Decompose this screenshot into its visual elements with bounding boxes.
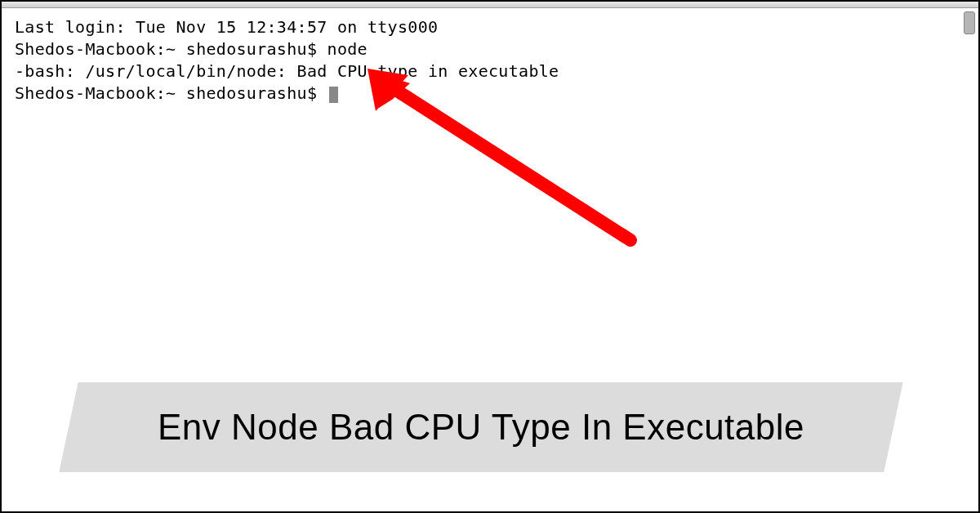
terminal-line-lastlogin: Last login: Tue Nov 15 12:34:57 on ttys0…	[15, 16, 965, 38]
prompt: Shedos-Macbook:~ shedosurashu$	[15, 83, 327, 103]
terminal-line-prompt: Shedos-Macbook:~ shedosurashu$	[15, 83, 965, 105]
command-text: node	[327, 39, 368, 59]
terminal-content[interactable]: Last login: Tue Nov 15 12:34:57 on ttys0…	[2, 8, 978, 113]
caption-banner: Env Node Bad CPU Type In Executable	[59, 382, 902, 472]
terminal-line-command: Shedos-Macbook:~ shedosurashu$ node	[15, 38, 965, 60]
terminal-window: Last login: Tue Nov 15 12:34:57 on ttys0…	[0, 0, 980, 513]
caption-text: Env Node Bad CPU Type In Executable	[158, 407, 804, 448]
terminal-line-error: -bash: /usr/local/bin/node: Bad CPU type…	[15, 60, 965, 83]
cursor	[329, 87, 338, 103]
scrollbar[interactable]	[962, 10, 977, 337]
window-titlebar	[2, 2, 978, 8]
prompt: Shedos-Macbook:~ shedosurashu$	[15, 39, 327, 59]
scrollbar-thumb[interactable]	[964, 11, 975, 34]
